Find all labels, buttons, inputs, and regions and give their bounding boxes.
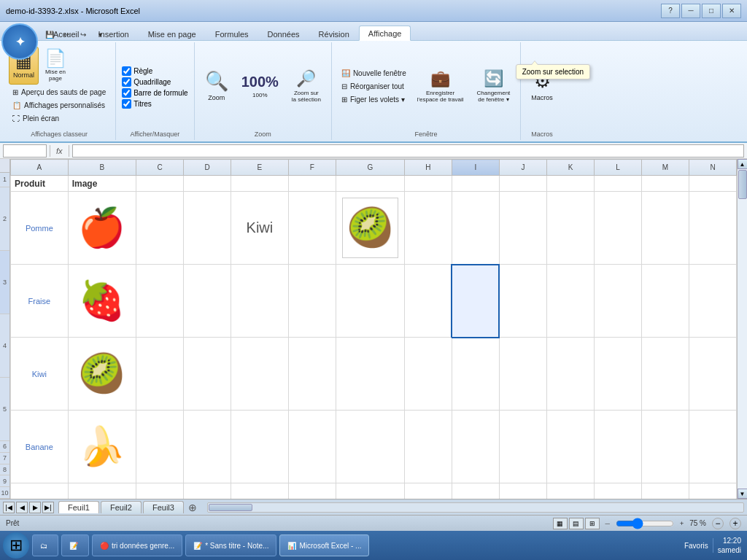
cell-a5[interactable]: Banane xyxy=(11,411,69,483)
cell-d5[interactable] xyxy=(184,411,231,483)
cell-k3[interactable] xyxy=(546,265,594,338)
cell-i4[interactable] xyxy=(452,338,499,411)
tab-accueil[interactable]: Accueil xyxy=(44,26,88,41)
office-button[interactable]: ✦ xyxy=(1,23,38,60)
btn-zoom-selection[interactable]: 🔎 Zoom surla sélection xyxy=(287,66,325,106)
col-header-d[interactable]: D xyxy=(184,160,231,176)
cell-h2[interactable] xyxy=(404,192,452,265)
cell-c1[interactable] xyxy=(136,176,184,192)
sheet-nav-first[interactable]: |◀ xyxy=(3,502,15,513)
cell-c6[interactable] xyxy=(136,483,184,499)
cell-k5[interactable] xyxy=(546,411,594,483)
minimize-btn[interactable]: ─ xyxy=(681,4,700,18)
cell-d3[interactable] xyxy=(184,265,231,338)
taskbar-excel[interactable]: 📊 Microsoft Excel - ... xyxy=(279,534,369,556)
cell-f1[interactable] xyxy=(288,176,336,192)
cell-b4[interactable]: 🥝 xyxy=(68,338,136,411)
view-layout-btn[interactable]: ▤ xyxy=(569,518,584,529)
cell-b5[interactable]: 🍌 xyxy=(68,411,136,483)
col-header-k[interactable]: K xyxy=(546,160,594,176)
cell-f3[interactable] xyxy=(288,265,336,338)
scrollbar-thumb[interactable] xyxy=(738,170,747,199)
cell-j6[interactable] xyxy=(499,483,546,499)
cell-l5[interactable] xyxy=(594,411,641,483)
sheet-nav-prev[interactable]: ◀ xyxy=(16,502,28,513)
col-header-n[interactable]: N xyxy=(689,160,736,176)
cell-k1[interactable] xyxy=(546,176,594,192)
h-scrollbar-thumb[interactable] xyxy=(209,504,252,511)
view-preview-btn[interactable]: ⊞ xyxy=(585,518,600,529)
cell-k6[interactable] xyxy=(546,483,594,499)
cell-n5[interactable] xyxy=(689,411,736,483)
help-btn[interactable]: ? xyxy=(661,4,680,18)
btn-mise-en-page[interactable]: 📄 Mise enpage xyxy=(40,47,71,85)
btn-nouvelle-fenetre[interactable]: 🪟 Nouvelle fenêtre xyxy=(338,67,410,79)
cell-h5[interactable] xyxy=(404,411,452,483)
cell-d1[interactable] xyxy=(184,176,231,192)
sheet-tab-feuil1[interactable]: Feuil1 xyxy=(58,501,99,513)
btn-plein-ecran[interactable]: ⛶ Plein écran xyxy=(9,112,109,125)
cell-f6[interactable] xyxy=(288,483,336,499)
btn-macros[interactable]: ⚙ Macros xyxy=(527,67,557,104)
vertical-scrollbar[interactable]: ▲ ▼ xyxy=(737,159,747,499)
cell-m6[interactable] xyxy=(641,483,689,499)
close-btn[interactable]: ✕ xyxy=(722,4,741,18)
cell-h4[interactable] xyxy=(404,338,452,411)
maximize-btn[interactable]: □ xyxy=(702,4,721,18)
cell-f4[interactable] xyxy=(288,338,336,411)
cell-b6[interactable] xyxy=(68,483,136,499)
col-header-l[interactable]: L xyxy=(594,160,641,176)
cell-a6[interactable] xyxy=(11,483,69,499)
cb-regle[interactable] xyxy=(122,66,131,76)
taskbar-app3[interactable]: 🔴 tri données genre... xyxy=(92,534,182,556)
cell-g5[interactable] xyxy=(336,411,404,483)
cell-n4[interactable] xyxy=(689,338,736,411)
tab-insertion[interactable]: Insertion xyxy=(88,26,138,41)
cell-k2[interactable] xyxy=(546,192,594,265)
tab-mise-en-page[interactable]: Mise en page xyxy=(139,26,206,41)
taskbar-app1[interactable]: 🗂 xyxy=(32,534,58,556)
cb-barre-formule[interactable] xyxy=(122,88,131,98)
cell-g3[interactable] xyxy=(336,265,404,338)
view-normal-btn[interactable]: ▦ xyxy=(553,518,568,529)
cell-c5[interactable] xyxy=(136,411,184,483)
cell-d6[interactable] xyxy=(184,483,231,499)
cell-b2[interactable]: 🍎 xyxy=(68,192,136,265)
btn-zoom[interactable]: 🔍 Zoom xyxy=(201,67,233,104)
cell-c2[interactable] xyxy=(136,192,184,265)
btn-changement-fenetre[interactable]: 🔄 Changementde fenêtre ▾ xyxy=(473,66,515,106)
cell-j1[interactable] xyxy=(499,176,546,192)
cell-m3[interactable] xyxy=(641,265,689,338)
cell-a2[interactable]: Pomme xyxy=(11,192,69,265)
cell-m1[interactable] xyxy=(641,176,689,192)
cell-e5[interactable] xyxy=(231,411,289,483)
cell-j2[interactable] xyxy=(499,192,546,265)
cell-a3[interactable]: Fraise xyxy=(11,265,69,338)
col-header-f[interactable]: F xyxy=(288,160,336,176)
cell-i1[interactable] xyxy=(452,176,499,192)
scrollbar-up-btn[interactable]: ▲ xyxy=(738,159,748,169)
sheet-tab-feuil3[interactable]: Feuil3 xyxy=(143,501,184,513)
cell-h6[interactable] xyxy=(404,483,452,499)
col-header-b[interactable]: B xyxy=(68,160,136,176)
cell-e4[interactable] xyxy=(231,338,289,411)
cell-e1[interactable] xyxy=(231,176,289,192)
cb-quadrillage[interactable] xyxy=(122,77,131,87)
cell-n3[interactable] xyxy=(689,265,736,338)
cell-c3[interactable] xyxy=(136,265,184,338)
cell-j4[interactable] xyxy=(499,338,546,411)
btn-zoom-100[interactable]: 100% 100% xyxy=(237,71,283,101)
col-header-m[interactable]: M xyxy=(641,160,689,176)
col-header-e[interactable]: E xyxy=(231,160,289,176)
btn-figer-volets[interactable]: ⊞ Figer les volets ▾ xyxy=(338,93,410,106)
cell-a1[interactable]: Produit xyxy=(11,176,69,192)
horizontal-scrollbar[interactable] xyxy=(207,502,744,513)
cell-m2[interactable] xyxy=(641,192,689,265)
tab-donnees[interactable]: Données xyxy=(258,26,309,41)
tab-revision[interactable]: Révision xyxy=(309,26,359,41)
col-header-j[interactable]: J xyxy=(499,160,546,176)
cell-h1[interactable] xyxy=(404,176,452,192)
btn-affichages-perso[interactable]: 📋 Affichages personnalisés xyxy=(9,99,109,112)
cell-j3[interactable] xyxy=(499,265,546,338)
cell-i2[interactable] xyxy=(452,192,499,265)
